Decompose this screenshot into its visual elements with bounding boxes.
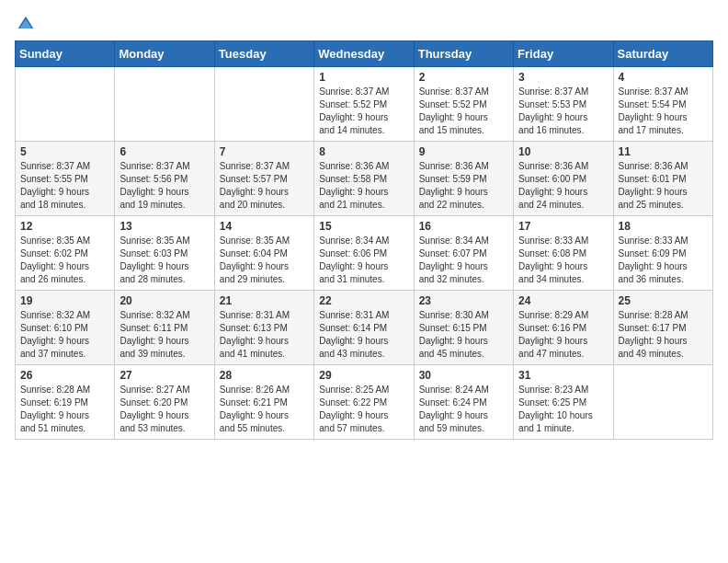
day-number: 11 xyxy=(619,145,708,158)
calendar-cell: 27Sunrise: 8:27 AM Sunset: 6:20 PM Dayli… xyxy=(115,365,214,440)
day-number: 10 xyxy=(518,145,608,158)
day-number: 24 xyxy=(518,294,608,307)
calendar-cell: 24Sunrise: 8:29 AM Sunset: 6:16 PM Dayli… xyxy=(514,291,613,365)
day-info: Sunrise: 8:34 AM Sunset: 6:07 PM Dayligh… xyxy=(419,235,508,286)
day-info: Sunrise: 8:24 AM Sunset: 6:24 PM Dayligh… xyxy=(419,384,508,435)
calendar-week-row: 26Sunrise: 8:28 AM Sunset: 6:19 PM Dayli… xyxy=(16,365,713,440)
calendar-cell: 10Sunrise: 8:36 AM Sunset: 6:00 PM Dayli… xyxy=(514,142,613,216)
weekday-header: Tuesday xyxy=(214,41,313,67)
weekday-header: Monday xyxy=(115,41,214,67)
day-number: 12 xyxy=(20,220,109,233)
day-number: 14 xyxy=(220,220,309,233)
calendar-table: SundayMondayTuesdayWednesdayThursdayFrid… xyxy=(15,40,713,440)
calendar-week-row: 5Sunrise: 8:37 AM Sunset: 5:55 PM Daylig… xyxy=(16,142,713,216)
calendar-cell: 28Sunrise: 8:26 AM Sunset: 6:21 PM Dayli… xyxy=(214,365,313,440)
calendar-week-row: 1Sunrise: 8:37 AM Sunset: 5:52 PM Daylig… xyxy=(16,67,713,142)
day-number: 2 xyxy=(419,71,508,84)
day-number: 20 xyxy=(119,294,209,307)
calendar-week-row: 19Sunrise: 8:32 AM Sunset: 6:10 PM Dayli… xyxy=(16,291,713,365)
day-info: Sunrise: 8:25 AM Sunset: 6:22 PM Dayligh… xyxy=(319,384,408,435)
day-info: Sunrise: 8:37 AM Sunset: 5:52 PM Dayligh… xyxy=(419,86,508,137)
day-number: 9 xyxy=(419,145,508,158)
calendar-cell: 14Sunrise: 8:35 AM Sunset: 6:04 PM Dayli… xyxy=(214,216,313,291)
day-info: Sunrise: 8:33 AM Sunset: 6:09 PM Dayligh… xyxy=(619,235,708,286)
day-number: 30 xyxy=(419,369,508,382)
calendar-cell: 29Sunrise: 8:25 AM Sunset: 6:22 PM Dayli… xyxy=(314,365,414,440)
weekday-header: Wednesday xyxy=(314,41,414,67)
calendar-cell: 16Sunrise: 8:34 AM Sunset: 6:07 PM Dayli… xyxy=(414,216,513,291)
weekday-header-row: SundayMondayTuesdayWednesdayThursdayFrid… xyxy=(16,41,713,67)
calendar-cell: 30Sunrise: 8:24 AM Sunset: 6:24 PM Dayli… xyxy=(414,365,513,440)
day-info: Sunrise: 8:33 AM Sunset: 6:08 PM Dayligh… xyxy=(518,235,608,286)
day-info: Sunrise: 8:31 AM Sunset: 6:14 PM Dayligh… xyxy=(319,309,408,361)
calendar-cell xyxy=(115,67,214,142)
calendar-week-row: 12Sunrise: 8:35 AM Sunset: 6:02 PM Dayli… xyxy=(16,216,713,291)
calendar-cell: 7Sunrise: 8:37 AM Sunset: 5:57 PM Daylig… xyxy=(214,142,313,216)
calendar-cell: 1Sunrise: 8:37 AM Sunset: 5:52 PM Daylig… xyxy=(314,67,414,142)
day-number: 7 xyxy=(220,145,309,158)
calendar-cell: 5Sunrise: 8:37 AM Sunset: 5:55 PM Daylig… xyxy=(16,142,115,216)
calendar-cell: 26Sunrise: 8:28 AM Sunset: 6:19 PM Dayli… xyxy=(16,365,115,440)
day-info: Sunrise: 8:36 AM Sunset: 5:58 PM Dayligh… xyxy=(319,160,408,212)
day-number: 28 xyxy=(220,369,309,382)
calendar-cell: 23Sunrise: 8:30 AM Sunset: 6:15 PM Dayli… xyxy=(414,291,513,365)
calendar-cell: 15Sunrise: 8:34 AM Sunset: 6:06 PM Dayli… xyxy=(314,216,414,291)
day-number: 23 xyxy=(419,294,508,307)
calendar-cell: 4Sunrise: 8:37 AM Sunset: 5:54 PM Daylig… xyxy=(613,67,712,142)
calendar-cell: 9Sunrise: 8:36 AM Sunset: 5:59 PM Daylig… xyxy=(414,142,513,216)
day-info: Sunrise: 8:36 AM Sunset: 6:01 PM Dayligh… xyxy=(619,160,708,212)
day-number: 6 xyxy=(119,145,209,158)
day-number: 16 xyxy=(419,220,508,233)
day-number: 22 xyxy=(319,294,408,307)
day-info: Sunrise: 8:35 AM Sunset: 6:02 PM Dayligh… xyxy=(20,235,109,286)
day-number: 21 xyxy=(220,294,309,307)
day-number: 18 xyxy=(619,220,708,233)
day-info: Sunrise: 8:37 AM Sunset: 5:56 PM Dayligh… xyxy=(119,160,209,212)
calendar-cell: 31Sunrise: 8:23 AM Sunset: 6:25 PM Dayli… xyxy=(514,365,613,440)
calendar-cell: 8Sunrise: 8:36 AM Sunset: 5:58 PM Daylig… xyxy=(314,142,414,216)
calendar-cell: 22Sunrise: 8:31 AM Sunset: 6:14 PM Dayli… xyxy=(314,291,414,365)
day-info: Sunrise: 8:35 AM Sunset: 6:04 PM Dayligh… xyxy=(220,235,309,286)
day-number: 15 xyxy=(319,220,408,233)
calendar-cell: 6Sunrise: 8:37 AM Sunset: 5:56 PM Daylig… xyxy=(115,142,214,216)
calendar-cell: 25Sunrise: 8:28 AM Sunset: 6:17 PM Dayli… xyxy=(613,291,712,365)
weekday-header: Friday xyxy=(514,41,613,67)
day-info: Sunrise: 8:23 AM Sunset: 6:25 PM Dayligh… xyxy=(518,384,608,435)
day-info: Sunrise: 8:37 AM Sunset: 5:52 PM Dayligh… xyxy=(319,86,408,137)
day-info: Sunrise: 8:27 AM Sunset: 6:20 PM Dayligh… xyxy=(119,384,209,435)
day-number: 8 xyxy=(319,145,408,158)
day-number: 5 xyxy=(20,145,109,158)
day-info: Sunrise: 8:36 AM Sunset: 5:59 PM Dayligh… xyxy=(419,160,508,212)
day-info: Sunrise: 8:36 AM Sunset: 6:00 PM Dayligh… xyxy=(518,160,608,212)
calendar-cell xyxy=(16,67,115,142)
calendar-cell: 12Sunrise: 8:35 AM Sunset: 6:02 PM Dayli… xyxy=(16,216,115,291)
day-number: 19 xyxy=(20,294,109,307)
calendar-cell xyxy=(613,365,712,440)
day-info: Sunrise: 8:37 AM Sunset: 5:55 PM Dayligh… xyxy=(20,160,109,212)
day-info: Sunrise: 8:29 AM Sunset: 6:16 PM Dayligh… xyxy=(518,309,608,361)
calendar-cell: 18Sunrise: 8:33 AM Sunset: 6:09 PM Dayli… xyxy=(613,216,712,291)
calendar-cell xyxy=(214,67,313,142)
day-info: Sunrise: 8:37 AM Sunset: 5:57 PM Dayligh… xyxy=(220,160,309,212)
day-number: 13 xyxy=(119,220,209,233)
weekday-header: Saturday xyxy=(613,41,712,67)
day-info: Sunrise: 8:28 AM Sunset: 6:17 PM Dayligh… xyxy=(619,309,708,361)
day-info: Sunrise: 8:34 AM Sunset: 6:06 PM Dayligh… xyxy=(319,235,408,286)
day-info: Sunrise: 8:30 AM Sunset: 6:15 PM Dayligh… xyxy=(419,309,508,361)
day-info: Sunrise: 8:32 AM Sunset: 6:11 PM Dayligh… xyxy=(119,309,209,361)
calendar-cell: 21Sunrise: 8:31 AM Sunset: 6:13 PM Dayli… xyxy=(214,291,313,365)
calendar-cell: 3Sunrise: 8:37 AM Sunset: 5:53 PM Daylig… xyxy=(514,67,613,142)
day-info: Sunrise: 8:37 AM Sunset: 5:54 PM Dayligh… xyxy=(619,86,708,137)
weekday-header: Sunday xyxy=(16,41,115,67)
day-info: Sunrise: 8:31 AM Sunset: 6:13 PM Dayligh… xyxy=(220,309,309,361)
day-number: 25 xyxy=(619,294,708,307)
calendar-cell: 11Sunrise: 8:36 AM Sunset: 6:01 PM Dayli… xyxy=(613,142,712,216)
day-number: 3 xyxy=(518,71,608,84)
day-number: 31 xyxy=(518,369,608,382)
calendar-cell: 20Sunrise: 8:32 AM Sunset: 6:11 PM Dayli… xyxy=(115,291,214,365)
day-info: Sunrise: 8:28 AM Sunset: 6:19 PM Dayligh… xyxy=(20,384,109,435)
day-number: 26 xyxy=(20,369,109,382)
day-info: Sunrise: 8:32 AM Sunset: 6:10 PM Dayligh… xyxy=(20,309,109,361)
day-number: 4 xyxy=(619,71,708,84)
day-number: 29 xyxy=(319,369,408,382)
